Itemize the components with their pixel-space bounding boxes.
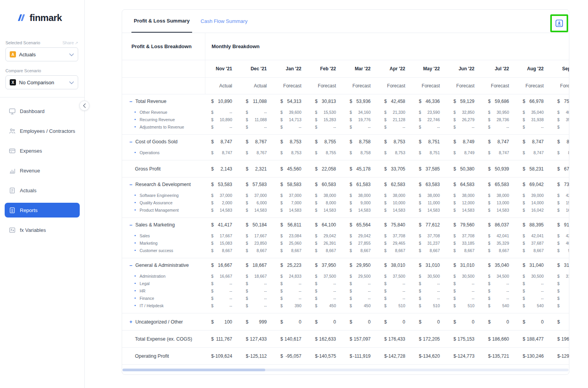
- collapse-minus-icon[interactable]: −: [128, 139, 133, 144]
- cell-amount: 42,458: [391, 99, 405, 104]
- value-cell: $59,129: [448, 99, 482, 104]
- value-cell: $10,890: [205, 99, 240, 104]
- value-cell: $14,583: [275, 208, 309, 212]
- currency-symbol: $: [280, 296, 283, 301]
- row-label: Cost of Goods Sold: [135, 139, 177, 144]
- cell-amount: 37,687: [531, 241, 544, 245]
- cell-amount: --: [264, 289, 267, 293]
- cell-amount: 37,000: [220, 193, 232, 198]
- value-cell: $--: [344, 125, 378, 129]
- currency-symbol: $: [211, 233, 214, 238]
- cell-amount: 196,281: [562, 336, 569, 342]
- cell-amount: 65,583: [495, 182, 509, 187]
- value-cell: $--: [413, 296, 448, 301]
- value-cell: $37,000: [240, 193, 275, 198]
- table-row[interactable]: −Cost of Goods Sold$8,747$8,767$8,753$8,…: [122, 135, 569, 149]
- cell-amount: --: [541, 289, 544, 293]
- value-cell: $0: [551, 319, 569, 325]
- cell-amount: 45,560: [287, 166, 301, 172]
- table-row[interactable]: −Sales & Marketing$41,417$50,184$56,811$…: [122, 218, 569, 232]
- currency-symbol: $: [419, 110, 421, 115]
- cell-amount: 8,751: [430, 150, 440, 155]
- currency-symbol: $: [523, 193, 525, 198]
- value-cell: $30,950: [482, 110, 517, 115]
- table-row[interactable]: −Total Revenue$10,890$11,088$54,313$30,8…: [122, 94, 569, 108]
- cell-amount: 66,978: [529, 99, 544, 104]
- currency-symbol: $: [557, 166, 560, 172]
- tab-profit-loss-summary[interactable]: Profit & Loss Summary: [131, 10, 192, 33]
- table-row[interactable]: +Uncategorized / Other$100$999$0$0$0$0$0…: [122, 313, 569, 330]
- value-cell: $53,583: [205, 182, 240, 187]
- currency-symbol: $: [488, 193, 490, 198]
- currency-symbol: $: [419, 303, 421, 308]
- horizontal-scrollbar[interactable]: [122, 369, 569, 371]
- expand-plus-icon[interactable]: +: [128, 319, 133, 324]
- sidebar-item-actuals[interactable]: Actuals: [5, 183, 80, 198]
- value-cell: $--: [378, 125, 413, 129]
- cell-amount: -111,919: [353, 353, 371, 359]
- table-group: −Research & Development$53,583$57,583$58…: [122, 177, 569, 217]
- cell-amount: 34,160: [358, 110, 371, 115]
- collapse-minus-icon[interactable]: −: [128, 223, 133, 228]
- currency-symbol: $: [557, 233, 560, 238]
- value-cell: $--: [517, 296, 551, 301]
- bullet-icon: [135, 298, 136, 299]
- value-cell: $14,583: [448, 208, 482, 212]
- sidebar-item-revenue[interactable]: Revenue: [5, 163, 80, 178]
- value-cell: $8,747: [551, 139, 569, 144]
- sidebar-item-fx-variables[interactable]: fx Variables: [5, 223, 80, 237]
- download-button[interactable]: [552, 16, 566, 30]
- cell-amount: --: [541, 296, 544, 301]
- value-cell: $8,747: [482, 139, 517, 144]
- scenario-select[interactable]: A Actuals: [5, 47, 78, 61]
- cell-amount: --: [229, 110, 232, 115]
- value-cell: $31,237: [413, 241, 448, 245]
- value-cell: $23,590: [413, 110, 448, 115]
- sidebar-item-employees-contractors[interactable]: Employees / Contractors: [5, 124, 80, 138]
- row-label: Operating Profit: [135, 353, 169, 359]
- column-type-label: Forecast: [517, 78, 551, 94]
- collapse-minus-icon[interactable]: −: [128, 182, 133, 187]
- currency-symbol: $: [350, 289, 352, 293]
- sidebar-item-expenses[interactable]: Expenses: [5, 143, 80, 158]
- value-cell: $33,185: [448, 241, 482, 245]
- currency-symbol: $: [523, 200, 525, 205]
- value-cell: $13,000: [482, 200, 517, 205]
- currency-symbol: $: [384, 193, 387, 198]
- value-cell: $37,000: [275, 193, 309, 198]
- row-label-cell: IT / Helpdesk: [122, 303, 205, 308]
- sidebar-item-dashboard[interactable]: Dashboard: [5, 104, 80, 118]
- cell-amount: 29,042: [358, 233, 371, 238]
- value-cell: $0: [448, 319, 482, 325]
- cell-amount: 8,667: [395, 248, 405, 253]
- cell-amount: -140,575: [318, 353, 336, 359]
- compare-select[interactable]: X No Comparison: [5, 75, 78, 89]
- currency-symbol: $: [315, 193, 317, 198]
- value-cell: $30,500: [448, 274, 482, 278]
- currency-symbol: $: [350, 233, 352, 238]
- cell-amount: 40,281: [566, 241, 569, 245]
- value-cell: $42,458: [378, 99, 413, 104]
- value-cell: $9,187: [551, 248, 569, 253]
- table-row[interactable]: −Research & Development$53,583$57,583$58…: [122, 177, 569, 191]
- currency-symbol: $: [211, 241, 214, 245]
- row-label-cell: Other Revenue: [122, 110, 205, 115]
- currency-symbol: $: [350, 296, 352, 301]
- tab-cash-flow-summary[interactable]: Cash Flow Summary: [198, 10, 250, 33]
- sidebar-item-reports[interactable]: Reports: [5, 203, 80, 217]
- scrollbar-thumb[interactable]: [122, 369, 265, 371]
- currency-symbol: $: [315, 353, 318, 359]
- value-cell: $--: [205, 125, 240, 129]
- cell-amount: --: [264, 125, 267, 129]
- collapse-minus-icon[interactable]: −: [128, 263, 133, 268]
- currency-symbol: $: [523, 99, 525, 104]
- sidebar-collapse-button[interactable]: [79, 101, 89, 111]
- currency-symbol: $: [211, 193, 214, 198]
- currency-symbol: $: [453, 222, 456, 228]
- table-row[interactable]: −General & Administrative$16,667$18,667$…: [122, 258, 569, 272]
- cell-amount: 188,477: [527, 336, 544, 342]
- month-column-header: Mar '22: [344, 60, 378, 77]
- value-cell: $8,758: [344, 150, 378, 155]
- share-link[interactable]: Share: [62, 40, 78, 45]
- collapse-minus-icon[interactable]: −: [128, 99, 133, 104]
